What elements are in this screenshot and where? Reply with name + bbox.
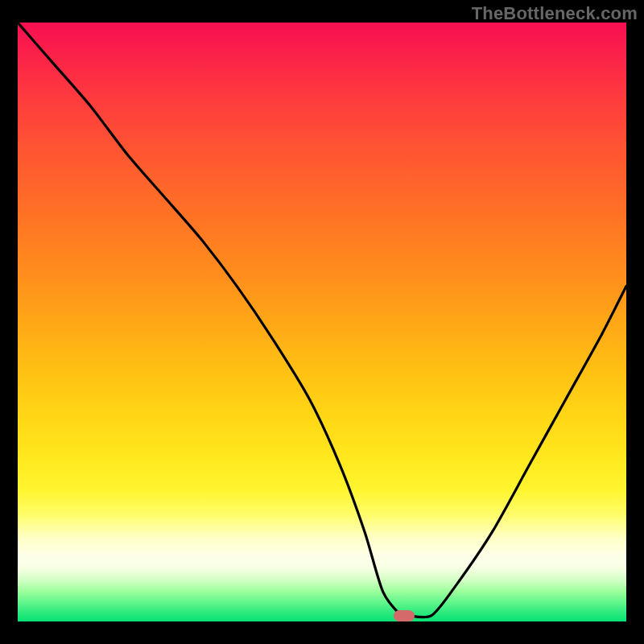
bottleneck-curve [18,23,626,621]
bottleneck-marker [394,610,415,621]
watermark: TheBottleneck.com [472,3,638,24]
plot-area [18,23,626,621]
chart-frame: TheBottleneck.com [0,0,644,644]
